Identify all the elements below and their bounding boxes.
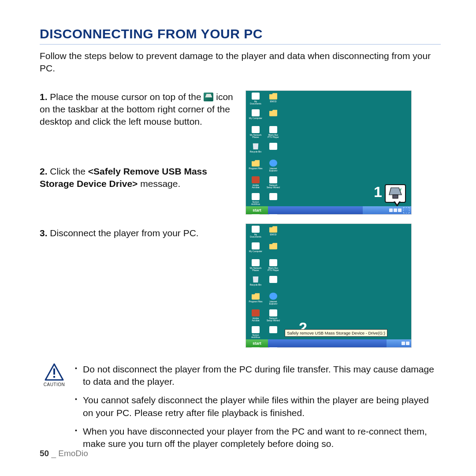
tray-highlighted-icon[interactable]	[403, 207, 409, 213]
caution-badge: CAUTION	[40, 363, 69, 457]
start-button[interactable]: start	[246, 339, 268, 347]
system-tray-1	[363, 206, 411, 214]
page-footer: 50 _ EmoDio	[40, 449, 88, 458]
system-tray-2	[387, 339, 411, 347]
footer-separator: _	[49, 449, 58, 458]
svg-marker-0	[389, 188, 402, 195]
caution-item: You cannot safely disconnect the player …	[75, 394, 441, 419]
step-1-text-a: Place the mouse cursor on top of the	[50, 92, 201, 102]
step-3-number: 3.	[40, 228, 48, 238]
step-3: 3. Disconnect the player from your PC.	[40, 227, 234, 239]
callout-1-bubble	[385, 184, 406, 203]
step-2-text-a: Click the	[50, 166, 88, 176]
svg-rect-4	[53, 368, 55, 375]
tray-icon[interactable]	[402, 342, 405, 345]
steps-column: 1. Place the mouse cursor on top of the …	[40, 91, 234, 347]
caution-item: When you have disconnected your player f…	[75, 425, 441, 450]
taskbar-2: start	[246, 339, 411, 347]
screenshot-2: My Documents EMOD My Computer My Network…	[246, 224, 411, 347]
intro-text: Follow the steps below to prevent damage…	[40, 50, 441, 75]
desktop-icons-1: My Documents EMOD My Computer My Network…	[249, 93, 281, 226]
callout-1-number: 1	[374, 184, 382, 199]
step-2: 2. Click the <Safely Remove USB Mass Sto…	[40, 165, 234, 190]
footer-section: EmoDio	[58, 449, 88, 458]
tray-icon[interactable]	[389, 208, 393, 212]
step-1-number: 1.	[40, 92, 48, 102]
tray-icon[interactable]	[406, 342, 409, 345]
step-3-text: Disconnect the player from your PC.	[50, 228, 198, 238]
tray-icon[interactable]	[394, 208, 397, 212]
step-2-number: 2.	[40, 166, 48, 176]
page-title: DISCONNECTING FROM YOUR PC	[40, 26, 441, 45]
desktop-icons-2: My Documents EMOD My Computer My Network…	[249, 226, 281, 359]
caution-icon	[45, 363, 64, 381]
page-number: 50	[40, 449, 49, 458]
caution-label: CAUTION	[40, 382, 69, 388]
caution-item: Do not disconnect the player from the PC…	[75, 363, 441, 388]
usb-eject-icon	[388, 187, 402, 200]
step-1: 1. Place the mouse cursor on top of the …	[40, 91, 234, 128]
svg-rect-5	[53, 376, 55, 378]
safely-remove-tooltip[interactable]: Safely remove USB Mass Storage Device - …	[285, 329, 387, 337]
start-button[interactable]: start	[246, 206, 268, 214]
step-2-text-b: message.	[138, 178, 180, 189]
screenshot-1: My Documents EMOD My Computer My Network…	[246, 91, 411, 214]
safely-remove-icon	[204, 93, 213, 101]
caution-list: Do not disconnect the player from the PC…	[75, 363, 441, 457]
svg-rect-1	[393, 195, 398, 198]
taskbar-1: start	[246, 206, 411, 214]
callout-1: 1	[374, 184, 406, 203]
screenshots-column: My Documents EMOD My Computer My Network…	[246, 91, 411, 347]
tray-icon[interactable]	[398, 208, 402, 212]
